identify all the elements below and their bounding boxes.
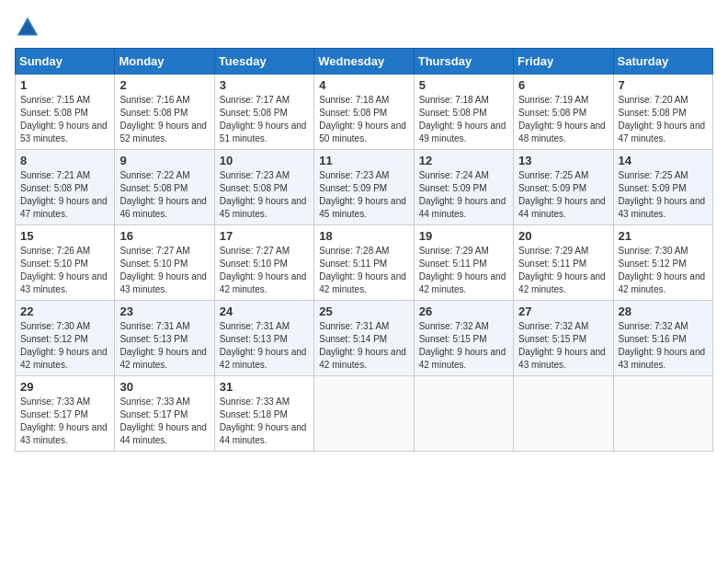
weekday-header: Wednesday — [314, 49, 414, 75]
day-info: Sunrise: 7:18 AM Sunset: 5:08 PM Dayligh… — [419, 94, 508, 145]
calendar-cell: 22 Sunrise: 7:30 AM Sunset: 5:12 PM Dayl… — [16, 301, 115, 376]
day-info: Sunrise: 7:29 AM Sunset: 5:11 PM Dayligh… — [419, 245, 508, 296]
weekday-header: Sunday — [16, 49, 115, 75]
weekday-header: Saturday — [613, 49, 712, 75]
day-number: 8 — [20, 154, 109, 167]
day-info: Sunrise: 7:30 AM Sunset: 5:12 PM Dayligh… — [619, 245, 708, 296]
day-number: 9 — [119, 154, 209, 167]
calendar-cell: 17 Sunrise: 7:27 AM Sunset: 5:10 PM Dayl… — [214, 225, 313, 301]
day-number: 18 — [319, 229, 408, 243]
calendar-cell: 12 Sunrise: 7:24 AM Sunset: 5:09 PM Dayl… — [414, 150, 513, 225]
day-info: Sunrise: 7:19 AM Sunset: 5:08 PM Dayligh… — [518, 94, 608, 145]
logo — [15, 15, 44, 40]
calendar-cell: 10 Sunrise: 7:23 AM Sunset: 5:08 PM Dayl… — [214, 150, 313, 225]
day-number: 13 — [518, 154, 608, 167]
calendar-cell: 8 Sunrise: 7:21 AM Sunset: 5:08 PM Dayli… — [16, 150, 115, 225]
calendar-cell: 14 Sunrise: 7:25 AM Sunset: 5:09 PM Dayl… — [613, 150, 712, 225]
day-number: 23 — [119, 304, 209, 318]
calendar-cell — [314, 376, 414, 452]
calendar-table: SundayMondayTuesdayWednesdayThursdayFrid… — [15, 48, 713, 452]
weekday-header: Friday — [514, 49, 613, 75]
day-info: Sunrise: 7:15 AM Sunset: 5:08 PM Dayligh… — [20, 94, 109, 145]
day-info: Sunrise: 7:23 AM Sunset: 5:09 PM Dayligh… — [319, 169, 408, 221]
calendar-cell: 9 Sunrise: 7:22 AM Sunset: 5:08 PM Dayli… — [115, 150, 214, 225]
day-info: Sunrise: 7:31 AM Sunset: 5:13 PM Dayligh… — [119, 320, 209, 372]
day-number: 11 — [319, 154, 408, 167]
day-number: 1 — [20, 78, 109, 92]
calendar-cell: 13 Sunrise: 7:25 AM Sunset: 5:09 PM Dayl… — [514, 150, 613, 225]
calendar-cell: 21 Sunrise: 7:30 AM Sunset: 5:12 PM Dayl… — [613, 225, 712, 301]
weekday-header: Thursday — [414, 49, 513, 75]
calendar-cell: 19 Sunrise: 7:29 AM Sunset: 5:11 PM Dayl… — [414, 225, 513, 301]
day-info: Sunrise: 7:23 AM Sunset: 5:08 PM Dayligh… — [220, 169, 309, 221]
day-info: Sunrise: 7:27 AM Sunset: 5:10 PM Dayligh… — [220, 245, 309, 296]
day-info: Sunrise: 7:32 AM Sunset: 5:15 PM Dayligh… — [419, 320, 508, 372]
day-info: Sunrise: 7:17 AM Sunset: 5:08 PM Dayligh… — [220, 94, 309, 145]
weekday-header-row: SundayMondayTuesdayWednesdayThursdayFrid… — [16, 49, 713, 75]
calendar-week-row: 29 Sunrise: 7:33 AM Sunset: 5:17 PM Dayl… — [16, 376, 713, 452]
day-number: 24 — [220, 304, 309, 318]
day-info: Sunrise: 7:26 AM Sunset: 5:10 PM Dayligh… — [20, 245, 109, 296]
day-number: 22 — [20, 304, 109, 318]
calendar-week-row: 22 Sunrise: 7:30 AM Sunset: 5:12 PM Dayl… — [16, 301, 713, 376]
calendar-cell: 7 Sunrise: 7:20 AM Sunset: 5:08 PM Dayli… — [613, 75, 712, 150]
logo-icon — [15, 15, 40, 40]
day-number: 30 — [119, 380, 209, 394]
calendar-cell: 15 Sunrise: 7:26 AM Sunset: 5:10 PM Dayl… — [16, 225, 115, 301]
calendar-cell: 1 Sunrise: 7:15 AM Sunset: 5:08 PM Dayli… — [16, 75, 115, 150]
day-info: Sunrise: 7:28 AM Sunset: 5:11 PM Dayligh… — [319, 245, 408, 296]
day-number: 2 — [119, 78, 209, 92]
day-number: 31 — [220, 380, 309, 394]
day-number: 5 — [419, 78, 508, 92]
day-number: 17 — [220, 229, 309, 243]
day-info: Sunrise: 7:25 AM Sunset: 5:09 PM Dayligh… — [518, 169, 608, 221]
day-number: 16 — [119, 229, 209, 243]
day-number: 29 — [20, 380, 109, 394]
day-info: Sunrise: 7:20 AM Sunset: 5:08 PM Dayligh… — [619, 94, 708, 145]
calendar-week-row: 1 Sunrise: 7:15 AM Sunset: 5:08 PM Dayli… — [16, 75, 713, 150]
calendar-cell: 5 Sunrise: 7:18 AM Sunset: 5:08 PM Dayli… — [414, 75, 513, 150]
day-info: Sunrise: 7:27 AM Sunset: 5:10 PM Dayligh… — [119, 245, 209, 296]
calendar-cell: 28 Sunrise: 7:32 AM Sunset: 5:16 PM Dayl… — [613, 301, 712, 376]
day-info: Sunrise: 7:33 AM Sunset: 5:17 PM Dayligh… — [119, 396, 209, 447]
calendar-week-row: 15 Sunrise: 7:26 AM Sunset: 5:10 PM Dayl… — [16, 225, 713, 301]
day-info: Sunrise: 7:21 AM Sunset: 5:08 PM Dayligh… — [20, 169, 109, 221]
day-number: 27 — [518, 304, 608, 318]
day-number: 19 — [419, 229, 508, 243]
calendar-cell — [613, 376, 712, 452]
day-info: Sunrise: 7:22 AM Sunset: 5:08 PM Dayligh… — [119, 169, 209, 221]
calendar-cell: 6 Sunrise: 7:19 AM Sunset: 5:08 PM Dayli… — [514, 75, 613, 150]
calendar-cell: 31 Sunrise: 7:33 AM Sunset: 5:18 PM Dayl… — [214, 376, 313, 452]
day-number: 12 — [419, 154, 508, 167]
calendar-header: SundayMondayTuesdayWednesdayThursdayFrid… — [16, 49, 713, 75]
day-info: Sunrise: 7:25 AM Sunset: 5:09 PM Dayligh… — [619, 169, 708, 221]
day-number: 15 — [20, 229, 109, 243]
calendar-cell: 16 Sunrise: 7:27 AM Sunset: 5:10 PM Dayl… — [115, 225, 214, 301]
day-number: 28 — [619, 304, 708, 318]
day-info: Sunrise: 7:18 AM Sunset: 5:08 PM Dayligh… — [319, 94, 408, 145]
calendar-cell — [514, 376, 613, 452]
calendar-cell: 18 Sunrise: 7:28 AM Sunset: 5:11 PM Dayl… — [314, 225, 414, 301]
day-number: 20 — [518, 229, 608, 243]
day-info: Sunrise: 7:32 AM Sunset: 5:15 PM Dayligh… — [518, 320, 608, 372]
calendar-cell: 26 Sunrise: 7:32 AM Sunset: 5:15 PM Dayl… — [414, 301, 513, 376]
day-number: 6 — [518, 78, 608, 92]
calendar-cell: 25 Sunrise: 7:31 AM Sunset: 5:14 PM Dayl… — [314, 301, 414, 376]
calendar-week-row: 8 Sunrise: 7:21 AM Sunset: 5:08 PM Dayli… — [16, 150, 713, 225]
calendar-cell: 24 Sunrise: 7:31 AM Sunset: 5:13 PM Dayl… — [214, 301, 313, 376]
day-number: 3 — [220, 78, 309, 92]
day-number: 10 — [220, 154, 309, 167]
calendar-cell: 4 Sunrise: 7:18 AM Sunset: 5:08 PM Dayli… — [314, 75, 414, 150]
day-info: Sunrise: 7:33 AM Sunset: 5:18 PM Dayligh… — [220, 396, 309, 447]
calendar-body: 1 Sunrise: 7:15 AM Sunset: 5:08 PM Dayli… — [16, 75, 713, 452]
calendar-cell: 23 Sunrise: 7:31 AM Sunset: 5:13 PM Dayl… — [115, 301, 214, 376]
day-info: Sunrise: 7:31 AM Sunset: 5:14 PM Dayligh… — [319, 320, 408, 372]
day-number: 7 — [619, 78, 708, 92]
weekday-header: Monday — [115, 49, 214, 75]
calendar-cell: 29 Sunrise: 7:33 AM Sunset: 5:17 PM Dayl… — [16, 376, 115, 452]
calendar-cell: 2 Sunrise: 7:16 AM Sunset: 5:08 PM Dayli… — [115, 75, 214, 150]
calendar-cell — [414, 376, 513, 452]
day-number: 21 — [619, 229, 708, 243]
day-info: Sunrise: 7:24 AM Sunset: 5:09 PM Dayligh… — [419, 169, 508, 221]
weekday-header: Tuesday — [214, 49, 313, 75]
